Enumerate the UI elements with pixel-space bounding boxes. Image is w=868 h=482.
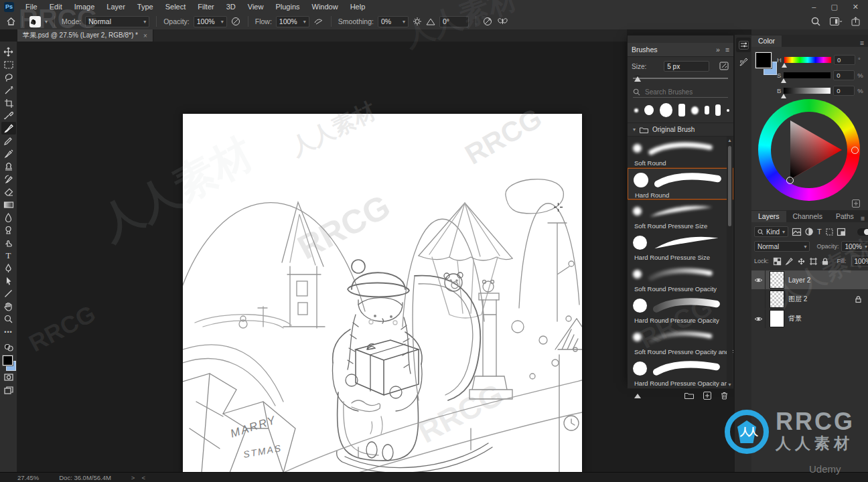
rectangular-marquee-tool[interactable] <box>1 58 16 71</box>
lock-artboard-icon[interactable] <box>810 258 817 265</box>
document-size-info[interactable]: Doc: 36.0M/56.4M <box>59 474 111 481</box>
filter-adjustment-layers-icon[interactable] <box>805 228 813 236</box>
recent-brushes-strip[interactable] <box>628 98 733 123</box>
brush-size-slider[interactable] <box>633 74 728 82</box>
brightness-value-input[interactable]: 0 <box>833 86 855 96</box>
brush-item-soft-round-pressure-size[interactable]: Soft Round Pressure Size <box>628 199 733 231</box>
layer-name[interactable]: 图层 2 <box>788 295 807 304</box>
symmetry-butterfly-icon[interactable] <box>497 17 508 26</box>
layer-filtering-toggle[interactable] <box>857 228 868 236</box>
brightness-slider[interactable] <box>784 88 830 94</box>
flow-select[interactable]: 100% ▾ <box>276 16 309 27</box>
saturation-value-input[interactable]: 0 <box>833 70 855 80</box>
triangle-selector[interactable] <box>786 177 794 184</box>
brush-item-soft-round[interactable]: Soft Round <box>628 137 733 168</box>
tab-paths[interactable]: Paths <box>829 211 861 222</box>
blend-mode-select[interactable]: Normal ▾ <box>85 16 149 27</box>
brush-list-scrollbar[interactable]: ▲ ▼ <box>727 137 733 388</box>
tab-layers[interactable]: Layers <box>751 211 786 222</box>
menu-edit[interactable]: Edit <box>44 0 68 13</box>
search-icon[interactable] <box>811 17 820 26</box>
zoom-level[interactable]: 27.45% <box>17 474 39 481</box>
menu-image[interactable]: Image <box>68 0 101 13</box>
recent-brush-dot[interactable] <box>691 106 699 114</box>
move-tool[interactable] <box>1 46 16 58</box>
layers-panel-menu-icon[interactable]: ≡ <box>861 214 868 222</box>
pencil-tool[interactable] <box>1 135 16 147</box>
document-tab[interactable]: 苹果.psd @ 27.5% (Layer 2, RGB/8*) * × <box>17 29 153 42</box>
layer-row-background[interactable]: 背景 <box>751 309 868 328</box>
brush-item-hard-round-pressure-opacity-flow[interactable]: Hard Round Pressure Opacity and Flow <box>628 357 733 388</box>
search-brushes-input[interactable] <box>644 88 727 96</box>
brush-tool[interactable] <box>1 122 16 135</box>
layer-thumbnail[interactable] <box>770 310 784 327</box>
edit-toolbar-ellipsis-icon[interactable]: ••• <box>1 325 16 338</box>
hue-value-input[interactable]: 0 <box>834 55 855 65</box>
tab-color[interactable]: Color <box>751 35 782 47</box>
brush-item-soft-round-pressure-opacity[interactable]: Soft Round Pressure Opacity <box>628 262 733 294</box>
brush-item-hard-round[interactable]: Hard Round <box>628 168 733 199</box>
recent-brush-dot[interactable] <box>644 105 654 115</box>
menu-plugins[interactable]: Plugins <box>269 0 305 13</box>
new-group-folder-icon[interactable] <box>684 392 694 400</box>
smoothing-gear-icon[interactable] <box>413 17 422 26</box>
menu-layer[interactable]: Layer <box>100 0 131 13</box>
layer-thumbnail[interactable] <box>770 291 784 308</box>
lock-position-icon[interactable] <box>798 258 805 265</box>
stroke-preview-toggle-icon[interactable] <box>633 392 642 400</box>
default-colors-icon[interactable] <box>1 341 16 353</box>
color-swatches[interactable] <box>1 353 16 371</box>
foreground-color-swatch[interactable] <box>3 355 13 366</box>
layer-name[interactable]: Layer 2 <box>788 276 810 284</box>
crop-tool[interactable] <box>1 96 16 109</box>
recent-brush-tip[interactable] <box>678 104 685 116</box>
menu-select[interactable]: Select <box>159 0 192 13</box>
tab-channels[interactable]: Channels <box>786 211 829 222</box>
home-icon[interactable] <box>7 17 15 25</box>
hue-slider[interactable] <box>784 57 831 63</box>
maximize-button[interactable]: ▢ <box>830 3 837 11</box>
brush-group-original[interactable]: ▾ Original Brush <box>628 123 733 137</box>
zoom-tool[interactable] <box>1 313 16 325</box>
hue-ring-selector[interactable] <box>851 147 859 154</box>
color-panel-menu-icon[interactable]: ≡ <box>860 39 868 47</box>
brush-settings-toggle-icon[interactable] <box>719 62 729 71</box>
scroll-up-icon[interactable]: ▲ <box>727 138 733 143</box>
line-tool[interactable] <box>1 287 16 300</box>
share-icon[interactable] <box>851 17 860 26</box>
gradient-tool[interactable] <box>1 198 16 211</box>
slider-thumb[interactable] <box>634 76 641 82</box>
menu-help[interactable]: Help <box>344 0 372 13</box>
layer-blend-mode-select[interactable]: Normal ▾ <box>754 241 810 252</box>
eraser-tool[interactable] <box>1 185 16 198</box>
clone-stamp-tool[interactable] <box>1 160 16 173</box>
recent-brush-dot[interactable] <box>634 108 638 112</box>
layer-row-layer-2[interactable]: Layer 2 <box>751 270 868 289</box>
visibility-eye-icon[interactable] <box>751 309 766 328</box>
filter-shape-layers-icon[interactable] <box>826 228 833 236</box>
lock-pixels-brush-icon[interactable] <box>786 258 793 265</box>
menu-file[interactable]: File <box>19 0 44 13</box>
hsv-triangle[interactable] <box>771 112 847 188</box>
add-swatch-icon[interactable] <box>852 198 860 210</box>
history-brush-tool[interactable] <box>1 173 16 185</box>
object-selection-tool[interactable] <box>1 84 16 96</box>
lasso-tool[interactable] <box>1 71 16 84</box>
pressure-size-icon[interactable] <box>483 17 493 26</box>
delete-brush-trash-icon[interactable] <box>721 392 728 400</box>
hand-tool[interactable] <box>1 300 16 313</box>
filter-pixel-layers-icon[interactable] <box>792 228 801 236</box>
menu-type[interactable]: Type <box>131 0 159 13</box>
screen-mode-icon[interactable] <box>1 384 16 396</box>
saturation-slider[interactable] <box>784 72 830 78</box>
layer-opacity-input[interactable]: 100%▾ <box>841 241 868 252</box>
brush-angle-input[interactable]: 0° <box>439 16 469 27</box>
brush-preset-caret-icon[interactable]: ▾ <box>45 19 48 25</box>
menu-filter[interactable]: Filter <box>192 0 220 13</box>
color-wheel[interactable] <box>758 99 860 201</box>
recent-brush-tip[interactable] <box>715 104 721 116</box>
menu-view[interactable]: View <box>242 0 270 13</box>
minimize-button[interactable]: – <box>812 3 816 11</box>
close-button[interactable]: ✕ <box>853 3 859 11</box>
dodge-tool[interactable] <box>1 224 16 236</box>
